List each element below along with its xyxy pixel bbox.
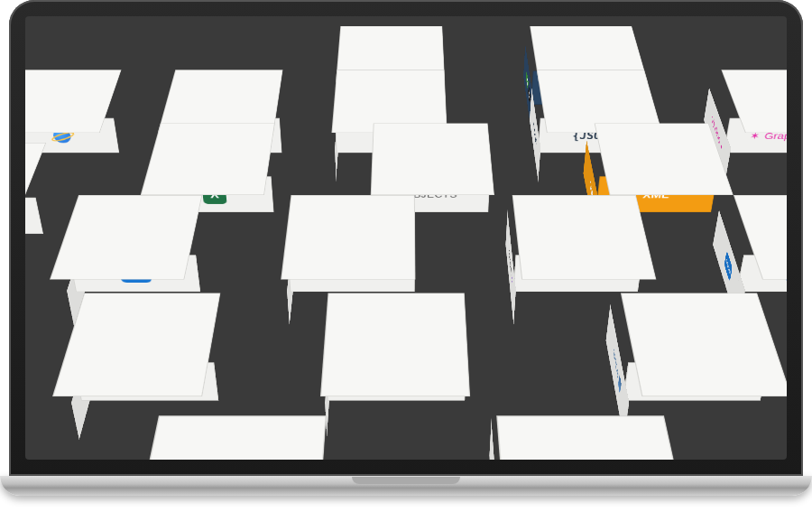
laptop-screen: CSV CSV IBMDB2 IBMDB2	[25, 16, 787, 460]
box-odata: OData OData	[25, 179, 53, 256]
laptop-frame: CSV CSV IBMDB2 IBMDB2	[0, 0, 812, 512]
box-graphql: ✶GraphQL ✶GraphQL	[715, 105, 787, 169]
box-sqlserver: SQL Server SQL Server	[494, 455, 688, 460]
scene-3d: CSV CSV IBMDB2 IBMDB2	[25, 16, 787, 460]
box-own: Own Own	[136, 455, 328, 460]
box-planet	[25, 105, 126, 169]
laptop-hinge	[0, 476, 812, 496]
